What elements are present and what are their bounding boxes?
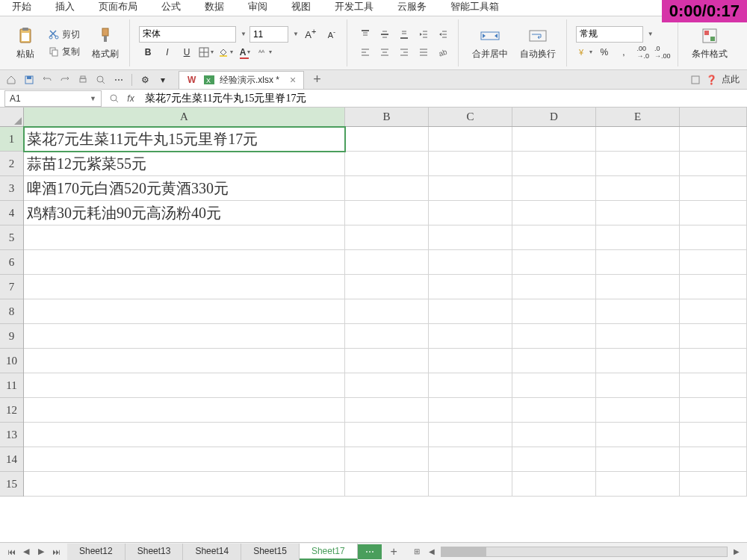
align-left-button[interactable] [356, 44, 374, 60]
cell-A1[interactable]: 菜花7元生菜11元牛丸15元里脊17元 [24, 127, 345, 152]
col-header-E[interactable]: E [596, 108, 680, 126]
cell-B9[interactable] [345, 324, 429, 349]
row-header-2[interactable]: 2 [0, 152, 23, 176]
cell-E9[interactable] [596, 324, 680, 349]
cell-E6[interactable] [596, 250, 680, 275]
col-header-extra[interactable] [680, 108, 747, 126]
cell-B1[interactable] [345, 127, 429, 152]
cell-B4[interactable] [345, 201, 429, 225]
row-header-8[interactable]: 8 [0, 299, 23, 324]
cell-B11[interactable] [345, 373, 429, 398]
sheet-tab-Sheet13[interactable]: Sheet13 [125, 544, 184, 560]
percent-button[interactable]: % [595, 44, 613, 60]
row-header-4[interactable]: 4 [0, 201, 23, 225]
align-right-button[interactable] [395, 44, 413, 60]
ribbon-tab-insert[interactable]: 插入 [43, 0, 87, 16]
cell-A12[interactable] [24, 398, 345, 423]
scroll-right-button[interactable]: ▶ [731, 546, 743, 558]
cell-A5[interactable] [24, 225, 345, 250]
close-tab-button[interactable]: × [290, 74, 296, 86]
ribbon-tab-home[interactable]: 开始 [0, 0, 43, 16]
row-header-15[interactable]: 15 [0, 472, 23, 497]
font-color-button[interactable]: A▾ [236, 44, 254, 60]
cell-D7[interactable] [512, 275, 596, 299]
cell-C12[interactable] [429, 398, 512, 423]
row-header-6[interactable]: 6 [0, 250, 23, 275]
cell-E14[interactable] [596, 447, 680, 472]
paste-button[interactable]: 粘贴 [10, 22, 40, 63]
decrease-decimal-button[interactable]: .0→.00 [654, 44, 672, 60]
scroll-left-button[interactable]: ◀ [426, 546, 438, 558]
row-header-10[interactable]: 10 [0, 349, 23, 373]
ribbon-tab-data[interactable]: 数据 [193, 0, 236, 16]
cell-E8[interactable] [596, 299, 680, 324]
cell-E7[interactable] [596, 275, 680, 299]
align-top-button[interactable] [356, 26, 374, 43]
cell-A3[interactable]: 啤酒170元白酒520元黄酒330元 [24, 176, 345, 201]
cell-A14[interactable] [24, 447, 345, 472]
cell-filler[interactable] [680, 447, 747, 472]
cell-D10[interactable] [512, 349, 596, 373]
increase-font-button[interactable]: A+ [302, 26, 320, 43]
cell-D6[interactable] [512, 250, 596, 275]
cell-filler[interactable] [680, 152, 747, 176]
cell-filler[interactable] [680, 299, 747, 324]
cell-B8[interactable] [345, 299, 429, 324]
decrease-font-button[interactable]: A- [323, 26, 341, 43]
cell-filler[interactable] [680, 201, 747, 225]
cell-D15[interactable] [512, 472, 596, 497]
indent-decrease-button[interactable] [415, 26, 433, 43]
border-button[interactable]: ▾ [197, 44, 215, 60]
cell-C11[interactable] [429, 373, 512, 398]
cell-C10[interactable] [429, 349, 512, 373]
bold-button[interactable]: B [139, 44, 157, 60]
sheet-last-button[interactable]: ⏭ [49, 545, 63, 559]
font-name-select[interactable] [139, 26, 236, 43]
cell-B5[interactable] [345, 225, 429, 250]
row-header-3[interactable]: 3 [0, 176, 23, 201]
cell-E1[interactable] [596, 127, 680, 152]
cell-B7[interactable] [345, 275, 429, 299]
cell-C8[interactable] [429, 299, 512, 324]
cell-D14[interactable] [512, 447, 596, 472]
cell-E10[interactable] [596, 349, 680, 373]
cell-E4[interactable] [596, 201, 680, 225]
cell-C15[interactable] [429, 472, 512, 497]
cancel-formula-button[interactable] [106, 91, 123, 106]
currency-button[interactable]: ¥▾ [576, 44, 594, 60]
cell-D5[interactable] [512, 225, 596, 250]
ribbon-tab-view[interactable]: 视图 [279, 0, 323, 16]
select-all-corner[interactable] [0, 108, 24, 127]
cell-D11[interactable] [512, 373, 596, 398]
row-header-13[interactable]: 13 [0, 423, 23, 447]
cell-E11[interactable] [596, 373, 680, 398]
ribbon-tab-formula[interactable]: 公式 [149, 0, 193, 16]
cell-D13[interactable] [512, 423, 596, 447]
cell-B15[interactable] [345, 472, 429, 497]
col-header-A[interactable]: A [24, 108, 345, 126]
auto-wrap-button[interactable]: 自动换行 [515, 22, 560, 63]
preview-button[interactable] [93, 72, 109, 87]
qab-ext2-button[interactable]: ▾ [155, 72, 171, 87]
justify-button[interactable] [415, 44, 433, 60]
cell-C6[interactable] [429, 250, 512, 275]
cell-filler[interactable] [680, 423, 747, 447]
cell-filler[interactable] [680, 373, 747, 398]
cell-A10[interactable] [24, 349, 345, 373]
cell-C5[interactable] [429, 225, 512, 250]
cut-button[interactable]: 剪切 [45, 27, 83, 43]
font-size-select[interactable] [249, 26, 288, 43]
sheet-tab-Sheet17[interactable]: Sheet17 [300, 544, 358, 560]
cell-E2[interactable] [596, 152, 680, 176]
cell-E3[interactable] [596, 176, 680, 201]
ribbon-tab-dev[interactable]: 开发工具 [323, 0, 385, 16]
row-header-11[interactable]: 11 [0, 373, 23, 398]
cell-C2[interactable] [429, 152, 512, 176]
cell-D12[interactable] [512, 398, 596, 423]
cell-E15[interactable] [596, 472, 680, 497]
cell-filler[interactable] [680, 225, 747, 250]
qab-ext1-button[interactable]: ⚙ [137, 72, 153, 87]
comma-button[interactable]: , [615, 44, 633, 60]
cell-A15[interactable] [24, 472, 345, 497]
cell-C4[interactable] [429, 201, 512, 225]
